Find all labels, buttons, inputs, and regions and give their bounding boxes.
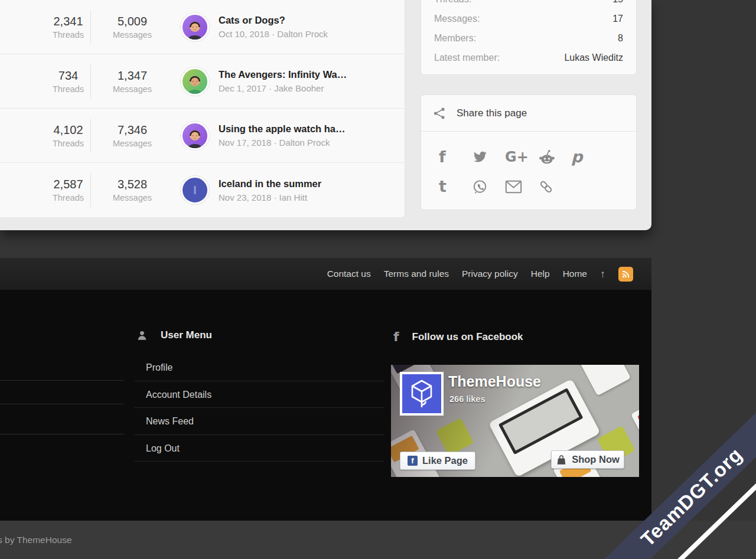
forum-row[interactable]: 734 Threads 1,347 Messages bbox=[0, 54, 405, 109]
forum-row[interactable]: 4,102 Threads 7,346 Messages bbox=[0, 109, 405, 163]
threads-count: 2,587 bbox=[46, 178, 90, 191]
facebook-page-widget[interactable]: ThemeHouse 266 likes f Like Page Shop No… bbox=[391, 365, 639, 477]
threads-label: Threads bbox=[46, 193, 90, 202]
cube-logo-icon bbox=[408, 378, 435, 410]
messages-label: Messages bbox=[91, 193, 174, 202]
avatar[interactable] bbox=[181, 122, 209, 150]
latest-member-link[interactable]: Lukas Wieditz bbox=[564, 53, 623, 63]
user-menu-item-log-out[interactable]: Log Out bbox=[135, 435, 384, 462]
threads-label: Threads bbox=[46, 139, 90, 148]
messages-stat: 7,346 Messages bbox=[91, 123, 174, 148]
stat-value: 17 bbox=[612, 14, 623, 24]
thread-title-link[interactable]: Cats or Dogs? bbox=[219, 15, 328, 26]
stat-label: Messages: bbox=[434, 14, 480, 24]
messages-count: 7,346 bbox=[91, 123, 174, 137]
messages-label: Messages bbox=[91, 139, 174, 148]
arrow-up-icon[interactable]: ↑ bbox=[600, 268, 605, 280]
threads-stat: 2,587 Threads bbox=[0, 178, 90, 202]
share-icon bbox=[433, 107, 446, 120]
stat-row: Latest member: Lukas Wieditz bbox=[434, 48, 623, 67]
forum-row[interactable]: 2,341 Threads 5,009 Messages bbox=[0, 0, 405, 54]
threads-count: 734 bbox=[46, 69, 90, 83]
stat-row: Threads: 15 bbox=[434, 0, 623, 9]
footer-link-help[interactable]: Help bbox=[531, 269, 550, 279]
facebook-likes-count: 266 likes bbox=[449, 394, 485, 404]
google-plus-icon[interactable]: G+ bbox=[505, 148, 538, 166]
thread-info: Cats or Dogs? Oct 10, 2018 · Dalton Proc… bbox=[219, 15, 328, 39]
threads-label: Threads bbox=[46, 84, 90, 94]
male-avatar-icon bbox=[183, 69, 207, 94]
messages-label: Messages bbox=[91, 30, 174, 40]
thread-info: Iceland in the summer Nov 23, 2018 · Ian… bbox=[219, 178, 321, 202]
stat-label: Threads: bbox=[434, 0, 471, 5]
share-icons: f G+ p bbox=[421, 132, 636, 201]
thread-info: Using the apple watch ha… Nov 17, 2018 ·… bbox=[219, 123, 346, 148]
footer-link-privacy-policy[interactable]: Privacy policy bbox=[462, 269, 518, 279]
share-title: Share this page bbox=[457, 107, 527, 119]
messages-stat: 1,347 Messages bbox=[91, 69, 174, 94]
avatar[interactable] bbox=[181, 13, 209, 41]
reddit-icon[interactable] bbox=[538, 148, 571, 166]
tumblr-icon[interactable]: t bbox=[439, 178, 472, 195]
user-menu-item-account-details[interactable]: Account Details bbox=[135, 381, 384, 408]
thread-info: The Avengers: Infinity Wa… Dec 1, 2017 ·… bbox=[219, 69, 347, 93]
page: 2,341 Threads 5,009 Messages bbox=[0, 0, 756, 559]
footer-link-home[interactable]: Home bbox=[563, 269, 587, 279]
avatar[interactable] bbox=[181, 67, 209, 96]
stat-label: Members: bbox=[434, 33, 476, 44]
avatar-letter: I bbox=[193, 183, 197, 197]
stat-value: 15 bbox=[612, 0, 623, 5]
twitter-icon[interactable] bbox=[472, 148, 505, 166]
content-area: 2,341 Threads 5,009 Messages bbox=[0, 0, 651, 230]
threads-stat: 4,102 Threads bbox=[0, 123, 90, 148]
messages-label: Messages bbox=[91, 84, 174, 94]
male-avatar-icon bbox=[183, 123, 207, 148]
stat-row: Messages: 17 bbox=[434, 9, 623, 28]
share-card: Share this page f G+ bbox=[421, 94, 637, 210]
shopping-bag-icon bbox=[556, 454, 567, 466]
stat-value: 8 bbox=[618, 33, 623, 44]
like-page-button[interactable]: f Like Page bbox=[400, 452, 475, 470]
forum-stats-card: Threads: 15 Messages: 17 Members: 8 Late… bbox=[421, 0, 637, 75]
thread-title-link[interactable]: Iceland in the summer bbox=[219, 178, 321, 189]
thread-meta[interactable]: Nov 17, 2018 · Dalton Prock bbox=[219, 138, 346, 148]
footer-link-terms-and-rules[interactable]: Terms and rules bbox=[384, 269, 449, 279]
thread-meta[interactable]: Dec 1, 2017 · Jake Booher bbox=[219, 83, 347, 93]
user-menu-item-news-feed[interactable]: News Feed bbox=[135, 408, 384, 435]
stat-label: Latest member: bbox=[434, 53, 500, 63]
threads-count: 2,341 bbox=[46, 15, 90, 28]
user-menu-title: User Menu bbox=[161, 329, 212, 341]
user-menu-item-profile[interactable]: Profile bbox=[135, 354, 384, 381]
user-menu-header: User Menu bbox=[136, 329, 212, 341]
shop-now-button[interactable]: Shop Now bbox=[551, 450, 624, 469]
messages-count: 1,347 bbox=[91, 69, 174, 83]
facebook-icon[interactable]: f bbox=[439, 148, 472, 166]
facebook-title: Follow us on Facebook bbox=[412, 331, 523, 343]
thread-title-link[interactable]: The Avengers: Infinity Wa… bbox=[219, 69, 347, 80]
forum-row[interactable]: 2,587 Threads 3,528 Messages I Iceland i… bbox=[0, 163, 405, 217]
email-icon[interactable] bbox=[505, 178, 538, 195]
stat-row: Members: 8 bbox=[434, 28, 623, 48]
themehouse-logo[interactable] bbox=[400, 372, 444, 416]
avatar[interactable]: I bbox=[181, 176, 209, 204]
male-avatar-icon bbox=[183, 15, 207, 40]
thread-meta[interactable]: Nov 23, 2018 · Ian Hitt bbox=[219, 192, 321, 202]
thread-meta[interactable]: Oct 10, 2018 · Dalton Prock bbox=[219, 29, 328, 39]
whatsapp-icon[interactable] bbox=[472, 178, 505, 195]
pinterest-icon[interactable]: p bbox=[571, 148, 604, 166]
messages-count: 5,009 bbox=[91, 15, 174, 28]
footer-link-contact-us[interactable]: Contact us bbox=[327, 269, 371, 279]
facebook-f-icon: f bbox=[393, 329, 399, 345]
facebook-page-name[interactable]: ThemeHouse bbox=[448, 373, 541, 390]
themehouse-credit[interactable]: s by ThemeHouse bbox=[0, 535, 72, 545]
rss-glyph bbox=[621, 270, 630, 279]
forum-list-panel: 2,341 Threads 5,009 Messages bbox=[0, 0, 405, 217]
shop-now-label: Shop Now bbox=[572, 454, 620, 465]
thread-title-link[interactable]: Using the apple watch ha… bbox=[219, 123, 346, 135]
rss-icon[interactable] bbox=[618, 267, 633, 282]
user-menu-list: Profile Account Details News Feed Log Ou… bbox=[135, 354, 384, 462]
share-header: Share this page bbox=[421, 95, 636, 132]
link-icon[interactable] bbox=[538, 178, 571, 195]
facebook-header: f Follow us on Facebook bbox=[393, 329, 523, 345]
threads-stat: 2,341 Threads bbox=[0, 15, 90, 40]
